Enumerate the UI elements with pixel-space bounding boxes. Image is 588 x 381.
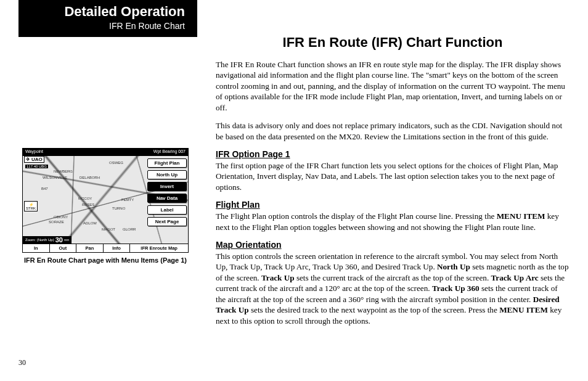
wpt-bearing-label: Wpt Bearing: [153, 149, 178, 154]
manual-page: Detailed Operation IFR En Route Chart Wa…: [0, 0, 588, 381]
map-text: WILSONVILLE: [43, 176, 67, 179]
softkey-info[interactable]: Info: [104, 244, 131, 252]
freq-label: 117.40 UBG: [25, 165, 48, 168]
map-text: DELABORH: [80, 176, 100, 179]
label-button[interactable]: Label: [147, 205, 187, 215]
strk-box: ⚡ STRK: [24, 201, 38, 211]
invert-button[interactable]: Invert: [147, 182, 187, 191]
flight-plan-body: The Flight Plan option controls the disp…: [216, 211, 570, 232]
screenshot-topbar: Waypoint Wpt Bearing 007: [23, 149, 188, 156]
map-text: ADLOW: [83, 221, 97, 225]
section-title: Detailed Operation: [23, 4, 185, 20]
intro-paragraph-1: The IFR En Route Chart function shows an…: [216, 59, 570, 113]
wpt-bearing-value: 007: [178, 149, 186, 154]
map-orientation-body: This option controls the screen orientat…: [216, 251, 570, 326]
map-text: FEMTY: [121, 198, 134, 202]
lightning-icon: ⚡: [25, 202, 37, 207]
figure: Waypoint Wpt Bearing 007 UAO 117.40 UBG …: [22, 148, 189, 264]
flight-plan-heading: Flight Plan: [216, 200, 570, 210]
menu-item-bold: MENU ITEM: [497, 211, 545, 221]
map-text: TURNO: [112, 207, 125, 210]
map-text: GLORR: [123, 227, 136, 231]
softkey-out[interactable]: Out: [50, 244, 77, 252]
map-text: SORAZE: [49, 220, 64, 224]
map-text: MCCOY: [78, 197, 92, 200]
map-text: OSWEG: [109, 161, 123, 165]
section-subtitle: IFR En Route Chart: [23, 21, 185, 31]
right-column: IFR En Route (IFR) Chart Function The IF…: [197, 0, 588, 381]
north-up-button[interactable]: North Up: [147, 170, 187, 179]
map-text: OBIONY: [54, 215, 68, 219]
next-page-button[interactable]: Next Page: [147, 217, 187, 226]
zoom-label: Zoom: (North Up): [25, 238, 54, 242]
map-text: NEWBERG: [54, 170, 73, 173]
page-number: 30: [18, 358, 26, 367]
map-text: B47: [41, 187, 48, 190]
ifr-option-body: The first option page of the IFR Chart f…: [216, 160, 570, 192]
nav-data-button[interactable]: Nav Data: [147, 194, 187, 203]
intro-paragraph-2: This data is advisory only and does not …: [216, 120, 570, 142]
softkey-bar: In Out Pan Info IFR Enroute Map: [23, 244, 188, 252]
menu-column: Flight Plan North Up Invert Nav Data Lab…: [147, 158, 187, 226]
figure-caption: IFR En Route Chart page with Menu Items …: [22, 256, 189, 264]
waypoint-label: Waypoint: [25, 149, 43, 155]
map-text: RBSES: [82, 203, 94, 207]
softkey-pan[interactable]: Pan: [76, 244, 104, 252]
map-text: MAGOT: [102, 227, 115, 231]
section-header: Detailed Operation IFR En Route Chart: [18, 0, 197, 37]
map-orientation-heading: Map Orientation: [216, 240, 570, 250]
softkey-mode[interactable]: IFR Enroute Map: [130, 244, 188, 252]
ifr-option-heading: IFR Option Page 1: [216, 149, 570, 159]
flight-plan-button[interactable]: Flight Plan: [147, 158, 187, 168]
strk-label: STRK: [25, 207, 37, 210]
zoom-indicator: Zoom: (North Up) 30 nm: [23, 236, 71, 244]
zoom-unit: nm: [64, 238, 69, 242]
softkey-in[interactable]: In: [23, 244, 50, 252]
chart-function-title: IFR En Route (IFR) Chart Function: [216, 35, 570, 51]
zoom-value: 30: [55, 236, 63, 244]
device-screenshot: Waypoint Wpt Bearing 007 UAO 117.40 UBG …: [22, 148, 189, 253]
left-column: Detailed Operation IFR En Route Chart Wa…: [0, 0, 197, 381]
uao-tag: UAO: [24, 156, 44, 163]
